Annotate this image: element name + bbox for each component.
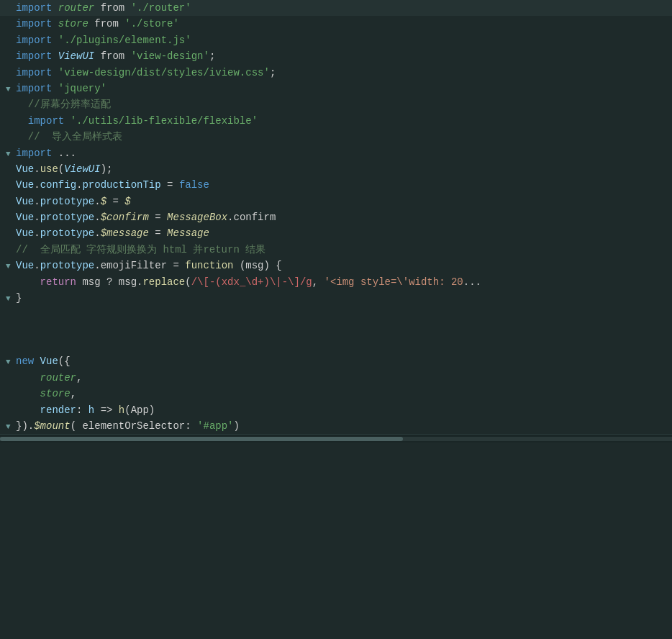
token: .confirm <box>227 212 276 223</box>
token: 'jquery' <box>58 83 106 94</box>
token: Vue <box>16 179 34 191</box>
fold-icon[interactable] <box>6 51 14 64</box>
fold-icon[interactable]: ▼ <box>6 148 14 161</box>
token: (App) <box>124 404 155 416</box>
token: => <box>94 404 119 416</box>
code-line: import router from './router' <box>0 0 672 16</box>
code-line: // 导入全局样式表 <box>0 129 672 145</box>
code-line: import 'view-design/dist/styles/iview.cs… <box>0 65 672 81</box>
fold-icon[interactable] <box>6 228 14 241</box>
code-line: router, <box>0 370 672 386</box>
token: return <box>40 276 76 288</box>
token: Message <box>167 227 209 239</box>
fold-icon[interactable] <box>6 405 14 418</box>
code-line: ▼new Vue({ <box>0 353 672 369</box>
code-line: Vue.use(ViewUI); <box>0 161 672 177</box>
token: h <box>88 404 94 416</box>
fold-icon[interactable]: ▼ <box>6 293 14 306</box>
code-line: import ViewUI from 'view-design'; <box>0 48 672 64</box>
token: Vue <box>16 196 34 207</box>
fold-icon[interactable]: ▼ <box>6 83 14 96</box>
token: ... <box>58 148 76 159</box>
token: /\[-(xdx_\d+)\|-\]/g <box>191 276 312 288</box>
token: , <box>76 372 82 384</box>
fold-icon[interactable] <box>6 19 14 32</box>
line-content: Vue.use(ViewUI); <box>14 161 672 177</box>
line-content: }).$mount( elementOrSelector: '#app') <box>14 418 672 434</box>
code-line: Vue.prototype.$ = $ <box>0 194 672 209</box>
token: // 全局匹配 字符规则换换为 html 并return 结果 <box>16 244 265 255</box>
token: ; <box>209 50 215 62</box>
fold-icon[interactable] <box>6 68 14 81</box>
token: 'view-design' <box>131 50 209 62</box>
token: = <box>106 196 124 207</box>
fold-icon[interactable] <box>6 322 14 335</box>
token: h <box>119 404 124 416</box>
fold-icon[interactable] <box>6 245 14 258</box>
fold-icon[interactable] <box>6 373 14 386</box>
fold-icon[interactable] <box>6 196 14 209</box>
code-line: Vue.prototype.$confirm = MessageBox.conf… <box>0 209 672 225</box>
token: import <box>16 67 58 78</box>
token: } <box>16 292 22 304</box>
line-content: Vue.config.productionTip = false <box>14 177 672 193</box>
code-line: import './plugins/element.js' <box>0 32 672 48</box>
token: from <box>94 2 130 14</box>
token: import <box>28 115 71 127</box>
token: ; <box>270 67 276 78</box>
line-content: import ... <box>14 145 672 161</box>
line-content: import ViewUI from 'view-design'; <box>14 48 672 64</box>
line-content: Vue.prototype.emojiFilter = function (ms… <box>14 258 672 273</box>
token: config <box>40 179 76 191</box>
token: use <box>40 163 58 175</box>
code-line: Vue.config.productionTip = false <box>0 177 672 193</box>
code-line: // 全局匹配 字符规则换换为 html 并return 结果 <box>0 242 672 258</box>
token: Vue <box>16 227 34 239</box>
token: from <box>94 50 130 62</box>
token: . <box>34 163 40 175</box>
fold-icon[interactable] <box>6 277 14 290</box>
fold-icon[interactable] <box>6 164 14 177</box>
fold-icon[interactable]: ▼ <box>6 356 14 369</box>
token: ); <box>101 163 113 175</box>
token: $ <box>124 196 130 207</box>
line-content: import 'view-design/dist/styles/iview.cs… <box>14 65 672 81</box>
token: , <box>312 276 324 288</box>
fold-icon[interactable] <box>6 132 14 145</box>
fold-icon[interactable] <box>6 35 14 48</box>
token: msg ? msg. <box>76 276 142 288</box>
token: Vue <box>16 212 34 223</box>
token: Vue <box>16 260 34 271</box>
line-content: // 全局匹配 字符规则换换为 html 并return 结果 <box>14 242 672 258</box>
fold-icon[interactable] <box>6 306 14 319</box>
code-line: render: h => h(App) <box>0 402 672 418</box>
fold-icon[interactable] <box>6 180 14 193</box>
token: import <box>16 18 58 30</box>
token: import <box>16 35 58 46</box>
token: ViewUI <box>58 50 94 62</box>
fold-icon[interactable] <box>6 3 14 16</box>
code-line <box>0 322 672 337</box>
fold-icon[interactable] <box>6 116 14 129</box>
line-content: import store from './store' <box>14 16 672 32</box>
token: './plugins/element.js' <box>58 35 191 46</box>
token: prototype <box>40 196 95 207</box>
fold-icon[interactable]: ▼ <box>6 260 14 273</box>
token: . <box>34 260 40 271</box>
fold-icon[interactable] <box>6 212 14 225</box>
token: render <box>40 404 76 416</box>
code-line <box>0 337 672 353</box>
fold-icon[interactable]: ▼ <box>6 421 14 434</box>
line-content: import router from './router' <box>14 0 672 16</box>
code-line: return msg ? msg.replace(/\[-(xdx_\d+)\|… <box>0 274 672 290</box>
token: $confirm <box>101 212 149 223</box>
token: prototype <box>40 212 95 223</box>
code-line: ▼Vue.prototype.emojiFilter = function (m… <box>0 258 672 273</box>
fold-icon[interactable] <box>6 337 14 350</box>
fold-icon[interactable] <box>6 389 14 402</box>
token: (msg) { <box>234 260 282 271</box>
fold-icon[interactable] <box>6 99 14 112</box>
line-content: Vue.prototype.$ = $ <box>14 194 672 209</box>
scrollbar[interactable] <box>0 434 672 443</box>
token: '<img style=\'width: 20 <box>324 276 463 288</box>
